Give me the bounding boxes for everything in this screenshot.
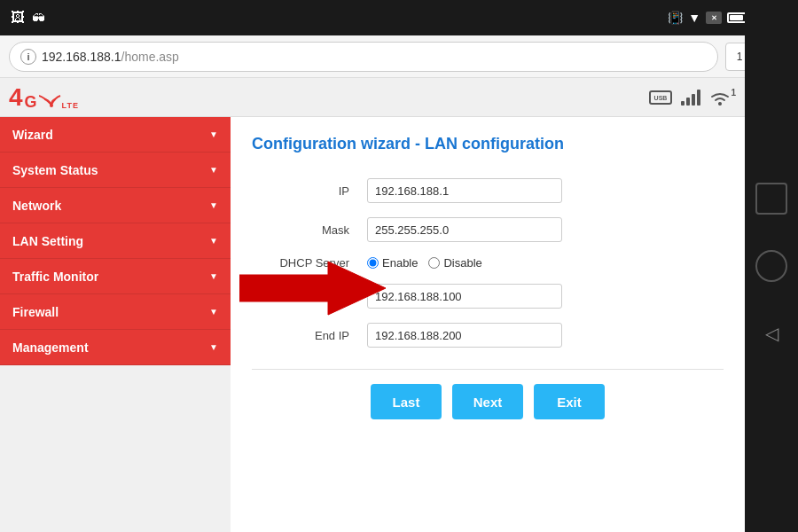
ip-row: IP xyxy=(252,171,724,210)
sidebar-item-system-status[interactable]: System Status ▼ xyxy=(0,153,231,188)
address-bar[interactable]: i 192.168.188.1/home.asp xyxy=(9,42,718,72)
ip-input[interactable] xyxy=(367,178,562,203)
sidebar-item-firewall[interactable]: Firewall ▼ xyxy=(0,294,231,330)
mask-row: Mask xyxy=(252,210,724,249)
ip-label: IP xyxy=(252,171,358,210)
chevron-down-icon: ▼ xyxy=(209,271,218,281)
dhcp-radio-group: Enable Disable xyxy=(367,256,715,270)
sidebar-label-lan-setting: LAN Setting xyxy=(12,234,83,248)
content-area: Configuration wizard - LAN configuration… xyxy=(231,117,745,532)
page-title: Configuration wizard - LAN configuration xyxy=(252,135,724,153)
router-logo: 4 G LTE xyxy=(9,85,79,110)
end-ip-input[interactable] xyxy=(367,323,562,348)
logo-g: G xyxy=(25,94,37,110)
router-header: 4 G LTE USB xyxy=(0,78,745,117)
logo-4: 4 xyxy=(9,85,23,110)
sidebar-label-management: Management xyxy=(12,340,89,355)
phone-right-edge: ◁ xyxy=(745,0,798,532)
chevron-down-icon: ▼ xyxy=(209,200,218,210)
usb-icon: USB xyxy=(649,89,672,106)
signal-bars xyxy=(681,90,700,106)
sidebar: Wizard ▼ System Status ▼ Network ▼ LAN S… xyxy=(0,117,231,532)
glasses-icon: 🕶 xyxy=(32,11,45,26)
chevron-down-icon: ▼ xyxy=(209,129,218,139)
sidebar-item-management[interactable]: Management ▼ xyxy=(0,330,231,365)
next-button[interactable]: Next xyxy=(452,384,523,419)
svg-point-0 xyxy=(50,104,53,107)
battery-icon xyxy=(727,12,747,23)
browser-bar: i 192.168.188.1/home.asp 1 ⋮ xyxy=(0,35,798,78)
exit-button[interactable]: Exit xyxy=(534,384,605,419)
logo-wifi-waves xyxy=(39,85,64,110)
end-ip-input-cell xyxy=(358,316,724,355)
chevron-down-icon: ▼ xyxy=(209,236,218,246)
address-base: 192.168.188.1 xyxy=(42,50,121,64)
status-left-icons: 🖼 🕶 xyxy=(11,10,45,26)
vibrate-icon: 📳 xyxy=(668,11,683,25)
end-ip-row: End IP xyxy=(252,316,724,355)
red-arrow-icon xyxy=(239,257,390,319)
sidebar-label-wizard: Wizard xyxy=(12,128,53,142)
svg-point-3 xyxy=(718,102,722,106)
sidebar-item-traffic-monitor[interactable]: Traffic Monitor ▼ xyxy=(0,259,231,294)
dhcp-disable-text: Disable xyxy=(443,256,481,270)
status-bar: 🖼 🕶 📳 ▼ ✕ 18:05 xyxy=(0,0,798,35)
chevron-down-icon: ▼ xyxy=(209,165,218,175)
signal-icon: ▼ xyxy=(688,11,700,25)
sidebar-label-firewall: Firewall xyxy=(12,305,59,319)
wifi-status-icon: 1 xyxy=(709,90,731,106)
dhcp-disable-label[interactable]: Disable xyxy=(428,256,481,270)
notification-icon: 🖼 xyxy=(11,10,25,26)
address-path: /home.asp xyxy=(121,50,179,64)
end-ip-label: End IP xyxy=(252,316,358,355)
button-row: Last Next Exit xyxy=(252,384,724,419)
dhcp-disable-radio[interactable] xyxy=(428,257,440,269)
nosim-icon: ✕ xyxy=(706,12,722,24)
logo-lte: LTE xyxy=(62,101,79,110)
ip-input-cell xyxy=(358,171,724,210)
square-button[interactable] xyxy=(755,183,787,215)
svg-marker-4 xyxy=(239,262,386,315)
start-ip-input-cell xyxy=(358,277,724,316)
sidebar-label-network: Network xyxy=(12,199,61,213)
sidebar-item-lan-setting[interactable]: LAN Setting ▼ xyxy=(0,223,231,259)
sidebar-label-system-status: System Status xyxy=(12,163,98,177)
tab-count: 1 xyxy=(737,51,743,63)
dhcp-options-cell: Enable Disable xyxy=(358,249,724,277)
sidebar-label-traffic-monitor: Traffic Monitor xyxy=(12,270,98,284)
mask-label: Mask xyxy=(252,210,358,249)
chevron-down-icon: ▼ xyxy=(209,307,218,317)
sidebar-item-network[interactable]: Network ▼ xyxy=(0,188,231,223)
wifi-count: 1 xyxy=(731,88,736,98)
svg-text:USB: USB xyxy=(654,95,668,101)
home-button[interactable] xyxy=(755,250,787,282)
back-button[interactable]: ◁ xyxy=(755,317,787,349)
sidebar-item-wizard[interactable]: Wizard ▼ xyxy=(0,117,231,153)
start-ip-input[interactable] xyxy=(367,284,562,309)
form-divider xyxy=(252,369,724,370)
mask-input[interactable] xyxy=(367,217,562,242)
mask-input-cell xyxy=(358,210,724,249)
last-button[interactable]: Last xyxy=(371,384,442,419)
info-icon: i xyxy=(20,49,36,65)
header-status-icons: USB 1 xyxy=(649,89,731,106)
chevron-down-icon: ▼ xyxy=(209,342,218,352)
